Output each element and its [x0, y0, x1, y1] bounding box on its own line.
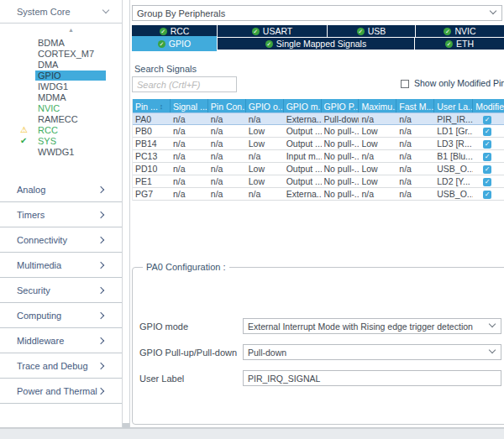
user-label-input[interactable]: [243, 370, 501, 386]
table-row-pa0[interactable]: PA0n/an/an/aExterna...Pull-downn/an/aPIR…: [133, 112, 504, 125]
peripheral-tabs-row1: ✓RCC✓USART✓USB✓NVIC: [132, 25, 504, 37]
column-header-signal-[interactable]: Signal ...: [171, 99, 208, 112]
cell: n/a: [208, 125, 246, 137]
column-header-user-la[interactable]: User La...: [434, 99, 473, 112]
gpio-pull-value: Pull-down: [248, 348, 286, 358]
chevron-right-icon: [97, 261, 104, 268]
check-circle-icon: ✓: [265, 40, 273, 48]
table-row-pg7[interactable]: PG7n/an/an/aExterna...No pull-...n/an/aU…: [133, 188, 504, 201]
sidebar-item-iwdg1[interactable]: IWDG1: [0, 81, 122, 91]
modified-checkbox[interactable]: ✓: [483, 116, 491, 124]
cell-modified: ✓: [473, 163, 504, 175]
check-circle-icon: ✓: [252, 28, 260, 35]
gpio-mode-row: GPIO mode External Interrupt Mode with R…: [139, 318, 504, 334]
sidebar-item-label: DMA: [35, 60, 60, 70]
sidebar-category-system-core[interactable]: System Core: [0, 0, 122, 24]
column-header-modified[interactable]: Modified: [473, 99, 504, 112]
table-row-pb14[interactable]: PB14n/an/aLowOutput ...No pull-...Lown/a…: [133, 138, 504, 150]
column-header-gpio-m[interactable]: GPIO m...: [284, 99, 322, 112]
user-label-label: User Label: [139, 374, 243, 384]
cell: n/a: [208, 175, 246, 187]
group-by-select[interactable]: Group By Peripherals: [132, 5, 502, 21]
table-row-pc13[interactable]: PC13n/an/an/aInput m...No pull-...n/an/a…: [133, 150, 504, 163]
cell: LD3 [R...: [434, 138, 473, 149]
sidebar-section-computing[interactable]: Computing: [0, 303, 122, 328]
sidebar-section-analog[interactable]: Analog: [0, 177, 122, 202]
column-header-pin-con[interactable]: Pin Con...: [208, 99, 246, 112]
cell: n/a: [396, 175, 434, 187]
sidebar-section-middleware[interactable]: Middleware: [0, 328, 122, 353]
table-header-row: Pin ...↕Signal ...Pin Con...GPIO o...GPI…: [133, 99, 504, 112]
column-header-gpio-p[interactable]: GPIO P...: [322, 99, 360, 112]
sidebar-section-power-and-thermal[interactable]: Power and Thermal: [0, 379, 122, 404]
sidebar-item-mdma[interactable]: MDMA: [0, 91, 122, 102]
sidebar-section-multimedia[interactable]: Multimedia: [0, 253, 122, 278]
chevron-right-icon: [97, 286, 104, 293]
column-header-fast-m[interactable]: Fast M...: [396, 99, 434, 112]
sidebar-section-label: Middleware: [17, 336, 64, 346]
column-header-maximu[interactable]: Maximu...: [359, 99, 396, 112]
tab-single-mapped-signals[interactable]: ✓Single Mapped Signals: [218, 38, 414, 50]
sidebar-section-trace-and-debug[interactable]: Trace and Debug: [0, 353, 122, 379]
modified-checkbox[interactable]: ✓: [483, 178, 491, 186]
table-row-pb0[interactable]: PB0n/an/aLowOutput ...No pull-...Lown/aL…: [133, 125, 504, 138]
sidebar-section-security[interactable]: Security: [0, 278, 122, 303]
table-row-pd10[interactable]: PD10n/an/aLowOutput ...No pull-...Lown/a…: [133, 163, 504, 175]
sidebar-item-label: IWDG1: [35, 81, 71, 91]
cell: n/a: [246, 188, 284, 200]
cell: PA0: [133, 113, 171, 124]
modified-checkbox[interactable]: ✓: [483, 153, 491, 161]
tab-gpio[interactable]: ✓GPIO: [132, 36, 217, 51]
modified-checkbox[interactable]: ✓: [483, 128, 491, 136]
cell: Output ...: [284, 163, 322, 175]
tab-usart[interactable]: ✓USART: [218, 25, 327, 37]
check-icon: ✔: [20, 137, 35, 145]
search-signals-label: Search Signals: [134, 64, 197, 74]
tab-eth[interactable]: ✓ETH: [415, 38, 504, 50]
sidebar-section-label: Computing: [17, 311, 61, 321]
search-input[interactable]: [132, 76, 237, 92]
sidebar-items: BDMACORTEX_M7DMAGPIOIWDG1MDMANVICRAMECC⚠…: [0, 37, 122, 157]
sidebar-item-nvic[interactable]: NVIC: [0, 102, 122, 113]
sidebar-item-cortex-m7[interactable]: CORTEX_M7: [0, 48, 122, 59]
cell: USB_O...: [434, 188, 473, 200]
sidebar-section-timers[interactable]: Timers: [0, 202, 122, 227]
check-circle-icon: ✓: [444, 28, 451, 35]
gpio-mode-select[interactable]: External Interrupt Mode with Rising edge…: [243, 318, 501, 334]
tab-rcc[interactable]: ✓RCC: [132, 25, 217, 37]
peripherals-sidebar: System Core ▲ BDMACORTEX_M7DMAGPIOIWDG1M…: [0, 0, 123, 428]
chevron-right-icon: [97, 387, 104, 394]
column-header-label: Fast M...: [399, 102, 433, 112]
column-header-gpio-o[interactable]: GPIO o...: [246, 99, 284, 112]
cell: Low: [359, 163, 396, 175]
sidebar-item-gpio[interactable]: GPIO: [0, 70, 122, 81]
sort-icon[interactable]: ↕: [160, 103, 164, 111]
sidebar-item-rcc[interactable]: ⚠RCC: [0, 124, 122, 135]
sidebar-item-ramecc[interactable]: RAMECC: [0, 113, 122, 124]
sidebar-item-bdma[interactable]: BDMA: [0, 37, 122, 48]
peripheral-tabs-row2: ✓GPIO✓Single Mapped Signals✓ETH: [132, 38, 504, 50]
gpio-pull-select[interactable]: Pull-down: [243, 344, 501, 360]
sidebar-item-wwdg1[interactable]: WWDG1: [0, 146, 122, 157]
modified-checkbox[interactable]: ✓: [483, 191, 491, 199]
tab-nvic[interactable]: ✓NVIC: [416, 25, 504, 37]
scroll-up-icon[interactable]: ▲: [0, 24, 122, 37]
cell: n/a: [208, 113, 246, 124]
cell: n/a: [246, 113, 284, 124]
modified-checkbox[interactable]: ✓: [483, 165, 491, 174]
sidebar-section-connectivity[interactable]: Connectivity: [0, 227, 122, 253]
sidebar-item-sys[interactable]: ✔SYS: [0, 135, 122, 146]
column-header-label: Pin ...: [135, 102, 158, 112]
show-only-modified-checkbox[interactable]: [401, 80, 409, 88]
cell: Low: [246, 163, 284, 175]
cell-modified: ✓: [473, 175, 504, 187]
modified-checkbox[interactable]: ✓: [483, 140, 491, 149]
table-row-pe1[interactable]: PE1n/an/aLowOutput ...No pull-...Lown/aL…: [133, 175, 504, 188]
cell: n/a: [171, 138, 208, 149]
tab-usb[interactable]: ✓USB: [328, 25, 415, 37]
column-header-pin-[interactable]: Pin ...↕: [133, 99, 171, 112]
check-circle-icon: ✓: [158, 40, 165, 48]
sidebar-item-dma[interactable]: DMA: [0, 59, 122, 70]
cell: n/a: [396, 150, 434, 162]
cell: Low: [359, 138, 396, 149]
